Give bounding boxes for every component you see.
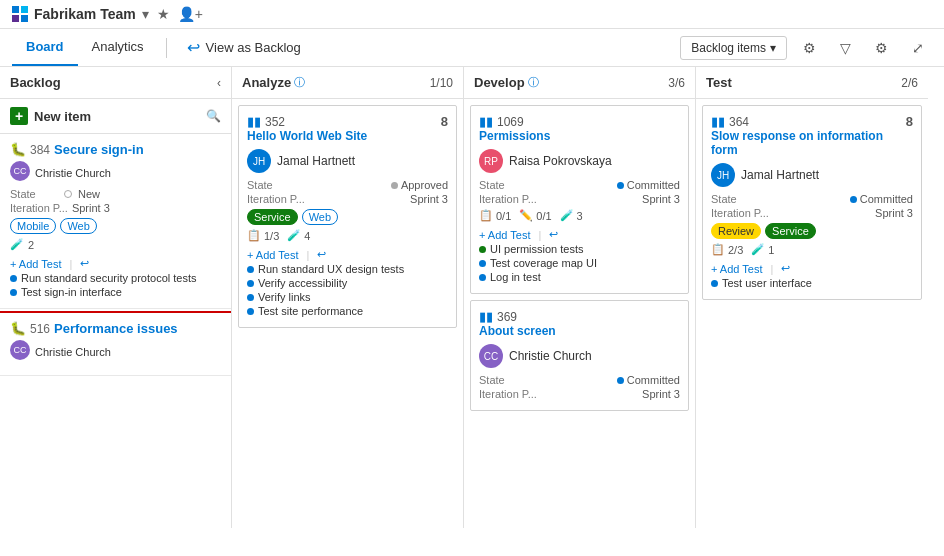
backlog-column: Backlog ‹ + New item 🔍 🐛 384 Secure sign… xyxy=(0,67,232,528)
avatar: CC xyxy=(10,161,30,181)
pass-value: 2/3 xyxy=(728,244,743,256)
favorite-icon[interactable]: ★ xyxy=(157,6,170,22)
nav-analytics[interactable]: Analytics xyxy=(78,29,158,66)
test-label: Run standard UX design tests xyxy=(258,263,404,275)
info-icon[interactable]: ⓘ xyxy=(294,75,305,90)
develop-title: Develop xyxy=(474,75,525,90)
board-container: Backlog ‹ + New item 🔍 🐛 384 Secure sign… xyxy=(0,67,944,528)
story-icon: ▮▮ xyxy=(479,114,493,129)
test-dot xyxy=(247,280,254,287)
card-num: 364 xyxy=(729,115,749,129)
mobile-tag[interactable]: Mobile xyxy=(10,218,56,234)
expand-icon[interactable]: ⤢ xyxy=(904,36,932,60)
test-item: Verify links xyxy=(247,291,448,303)
team-name[interactable]: Fabrikam Team xyxy=(34,6,136,22)
state-value: New xyxy=(78,188,100,200)
new-item-button[interactable]: + New item xyxy=(10,107,91,125)
search-icon[interactable]: 🔍 xyxy=(206,109,221,123)
backlog-collapse-icon[interactable]: ‹ xyxy=(217,76,221,90)
state-dot xyxy=(850,196,857,203)
dropdown-icon[interactable]: ▾ xyxy=(142,6,149,22)
link-card[interactable]: ↩ xyxy=(549,228,558,241)
card-title[interactable]: Hello World Web Site xyxy=(247,129,367,143)
nav-view-backlog[interactable]: ↩ View as Backlog xyxy=(175,30,313,65)
backlog-item: 🐛 384 Secure sign-in CC Christie Church … xyxy=(0,134,231,309)
card-title[interactable]: Secure sign-in xyxy=(54,142,144,157)
add-test-link[interactable]: + Add Test xyxy=(10,258,61,270)
header-actions: ▾ ★ 👤+ xyxy=(142,6,203,22)
card-title[interactable]: Performance issues xyxy=(54,321,178,336)
avatar: CC xyxy=(479,344,503,368)
web-tag[interactable]: Web xyxy=(302,209,338,225)
flask-icon: 🧪 xyxy=(10,238,24,251)
card-priority: 8 xyxy=(441,114,448,129)
app-header: Fabrikam Team ▾ ★ 👤+ xyxy=(0,0,944,29)
add-test-link[interactable]: + Add Test xyxy=(479,229,530,241)
develop-col-content: ▮▮ 1069 Permissions RP Raisa Pokrovskaya… xyxy=(464,99,695,528)
card-id: 516 xyxy=(30,322,50,336)
avatar-row: RP Raisa Pokrovskaya xyxy=(479,149,680,173)
card-title[interactable]: Permissions xyxy=(479,129,550,143)
iter-value: Sprint 3 xyxy=(875,207,913,219)
work-card-header: ▮▮ 364 Slow response on information form… xyxy=(711,114,913,157)
settings-icon[interactable]: ⚙ xyxy=(795,36,824,60)
nav-bar: Board Analytics ↩ View as Backlog Backlo… xyxy=(0,29,944,67)
test-item: Test user interface xyxy=(711,277,913,289)
state-dot xyxy=(617,182,624,189)
add-test-link[interactable]: + Add Test xyxy=(711,263,762,275)
avatar: RP xyxy=(479,149,503,173)
test-dot xyxy=(247,308,254,315)
test-col-content: ▮▮ 364 Slow response on information form… xyxy=(696,99,928,528)
review-tag[interactable]: Review xyxy=(711,223,761,239)
service-tag[interactable]: Service xyxy=(765,223,816,239)
flask-icon: 🧪 xyxy=(560,209,574,222)
members-icon[interactable]: 👤+ xyxy=(178,6,203,22)
nav-board[interactable]: Board xyxy=(12,29,78,66)
work-card: ▮▮ 1069 Permissions RP Raisa Pokrovskaya… xyxy=(470,105,689,294)
state-value: Committed xyxy=(860,193,913,205)
flask-count: 🧪 2 xyxy=(10,238,221,251)
pass-icon: 📋 xyxy=(479,209,493,222)
iter-label: Iteration P... xyxy=(10,202,68,214)
test-label: Verify accessibility xyxy=(258,277,347,289)
filter-icon[interactable]: ▽ xyxy=(832,36,859,60)
pass-value: 0/1 xyxy=(496,210,511,222)
card-title[interactable]: Slow response on information form xyxy=(711,129,906,157)
state-value-group: Committed xyxy=(850,193,913,205)
develop-col-header: Develop ⓘ 3/6 xyxy=(464,67,695,99)
state-value-group: Committed xyxy=(617,179,680,191)
pass-icon: 📋 xyxy=(247,229,261,242)
iter-row: Iteration P... Sprint 3 xyxy=(247,193,448,205)
web-tag[interactable]: Web xyxy=(60,218,96,234)
link-icon[interactable]: ↩ xyxy=(80,257,89,270)
iter-row: Iteration P... Sprint 3 xyxy=(479,388,680,400)
card-title[interactable]: About screen xyxy=(479,324,556,338)
develop-title-group: Develop ⓘ xyxy=(474,75,539,90)
fraction-pencil: ✏️ 0/1 xyxy=(519,209,551,222)
avatar: CC xyxy=(10,340,30,360)
test-label: Log in test xyxy=(490,271,541,283)
backlog-items-dropdown[interactable]: Backlog items ▾ xyxy=(680,36,787,60)
plus-icon: + xyxy=(10,107,28,125)
info-icon[interactable]: ⓘ xyxy=(528,75,539,90)
test-label: Test user interface xyxy=(722,277,812,289)
link-card[interactable]: ↩ xyxy=(317,248,326,261)
view-settings-icon[interactable]: ⚙ xyxy=(867,36,896,60)
card-actions: + Add Test | ↩ xyxy=(247,248,448,261)
assignee-name: Jamal Hartnett xyxy=(277,154,355,168)
test-item: Run standard security protocol tests xyxy=(10,272,221,284)
test-dot-pass xyxy=(479,246,486,253)
work-card-header: ▮▮ 1069 Permissions xyxy=(479,114,680,143)
nav-right-actions: Backlog items ▾ ⚙ ▽ ⚙ ⤢ xyxy=(680,36,932,60)
link-card[interactable]: ↩ xyxy=(781,262,790,275)
nav-divider xyxy=(166,38,167,58)
test-count: 2/6 xyxy=(901,76,918,90)
bug-icon: 🐛 xyxy=(10,321,26,336)
flask-icon: 🧪 xyxy=(287,229,301,242)
test-column: Test 2/6 ▮▮ 364 Slow response on informa… xyxy=(696,67,928,528)
test-label: Test coverage map UI xyxy=(490,257,597,269)
iteration-row: Iteration P... Sprint 3 xyxy=(10,202,221,214)
add-test-link[interactable]: + Add Test xyxy=(247,249,298,261)
test-dot xyxy=(247,294,254,301)
service-tag[interactable]: Service xyxy=(247,209,298,225)
